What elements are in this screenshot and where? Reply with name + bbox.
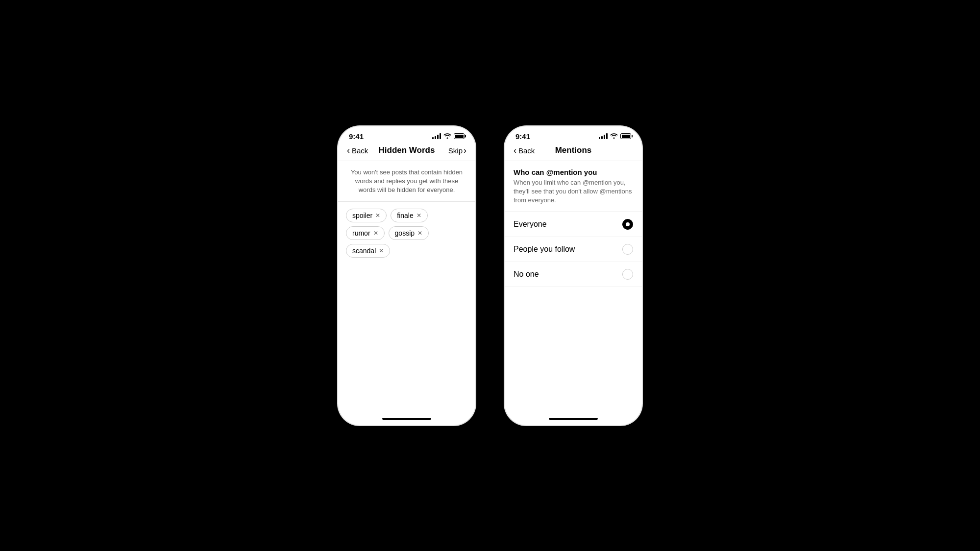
mentions-option-label: No one xyxy=(514,270,539,279)
remove-tag-icon[interactable]: ✕ xyxy=(375,212,380,219)
chevron-left-icon-2: ‹ xyxy=(514,145,516,156)
hw-tag-label: gossip xyxy=(395,229,415,237)
wifi-icon-1 xyxy=(443,133,451,140)
signal-icon-2 xyxy=(599,133,608,139)
mentions-option-label: People you follow xyxy=(514,245,575,254)
battery-icon-1 xyxy=(454,133,465,139)
hw-tag-label: scandal xyxy=(352,247,376,255)
mentions-section-desc: When you limit who can @mention you, the… xyxy=(505,178,642,212)
nav-bar-1: ‹ Back Hidden Words Skip › xyxy=(338,144,475,161)
phone-hidden-words: 9:41 ‹ Back Hidden Words xyxy=(338,126,475,425)
status-time-1: 9:41 xyxy=(349,132,364,141)
remove-tag-icon[interactable]: ✕ xyxy=(416,212,421,219)
hw-description: You won't see posts that contain hidden … xyxy=(338,161,475,202)
mentions-section-title: Who can @mention you xyxy=(505,168,642,178)
status-time-2: 9:41 xyxy=(515,132,530,141)
radio-button-2[interactable] xyxy=(622,269,633,280)
mentions-option[interactable]: Everyone xyxy=(505,212,642,237)
skip-label: Skip xyxy=(448,146,463,155)
nav-title-1: Hidden Words xyxy=(379,145,435,155)
mentions-content: Who can @mention you When you limit who … xyxy=(505,161,642,414)
chevron-left-icon-1: ‹ xyxy=(347,145,350,156)
status-bar-1: 9:41 xyxy=(338,126,475,144)
back-label-1: Back xyxy=(352,146,368,155)
back-label-2: Back xyxy=(518,146,535,155)
status-icons-1 xyxy=(432,133,465,140)
hw-tag-label: finale xyxy=(397,212,413,219)
remove-tag-icon[interactable]: ✕ xyxy=(379,247,384,254)
hw-tag[interactable]: finale✕ xyxy=(391,209,427,222)
mentions-options-list: Everyone People you follow No one xyxy=(505,212,642,287)
hw-tags-area: spoiler✕finale✕rumor✕gossip✕scandal✕ xyxy=(338,202,475,264)
hw-tag-label: rumor xyxy=(352,229,370,237)
phone-mentions: 9:41 ‹ Back Mentions xyxy=(505,126,642,425)
hw-tag[interactable]: rumor✕ xyxy=(346,226,385,240)
hw-tag[interactable]: scandal✕ xyxy=(346,244,390,258)
radio-button-0[interactable] xyxy=(622,219,633,230)
signal-icon-1 xyxy=(432,133,441,139)
back-button-1[interactable]: ‹ Back xyxy=(347,145,368,156)
mentions-option-label: Everyone xyxy=(514,220,547,229)
hw-tag-label: spoiler xyxy=(352,212,372,219)
status-bar-2: 9:41 xyxy=(505,126,642,144)
radio-button-1[interactable] xyxy=(622,244,633,255)
remove-tag-icon[interactable]: ✕ xyxy=(373,230,378,237)
nav-title-2: Mentions xyxy=(555,145,592,155)
chevron-right-icon: › xyxy=(464,145,466,156)
back-button-2[interactable]: ‹ Back xyxy=(514,145,535,156)
home-indicator-1 xyxy=(338,414,475,425)
nav-bar-2: ‹ Back Mentions xyxy=(505,144,642,161)
hw-tag[interactable]: gossip✕ xyxy=(389,226,429,240)
skip-button[interactable]: Skip › xyxy=(448,145,466,156)
wifi-icon-2 xyxy=(610,133,618,140)
hw-tag[interactable]: spoiler✕ xyxy=(346,209,387,222)
hidden-words-content: You won't see posts that contain hidden … xyxy=(338,161,475,414)
mentions-option[interactable]: No one xyxy=(505,262,642,287)
remove-tag-icon[interactable]: ✕ xyxy=(417,230,422,237)
mentions-body: Who can @mention you When you limit who … xyxy=(505,161,642,287)
home-indicator-2 xyxy=(505,414,642,425)
status-icons-2 xyxy=(599,133,631,140)
battery-icon-2 xyxy=(620,133,631,139)
mentions-option[interactable]: People you follow xyxy=(505,237,642,262)
